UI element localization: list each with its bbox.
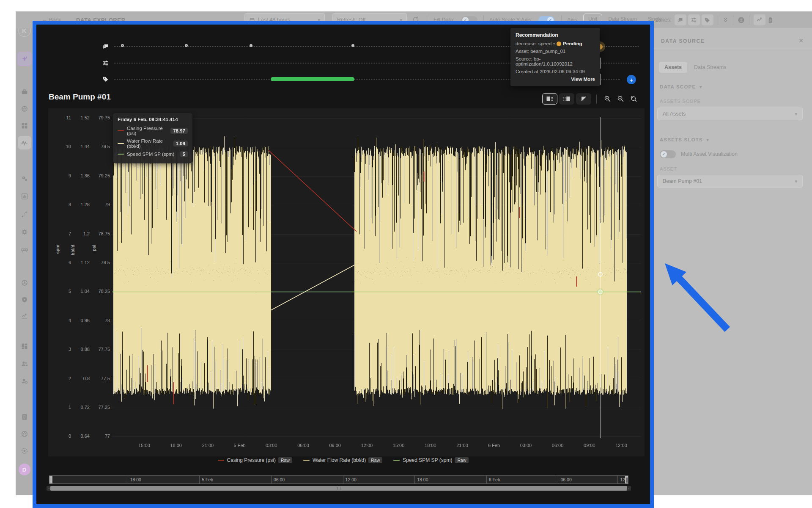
chevron-down-icon: ▾ <box>318 17 320 23</box>
y-axis-unit-psi: psi <box>91 245 96 251</box>
asset-value: Beam Pump #01 <box>663 178 702 184</box>
axis-option-data-stream[interactable]: Data Stream <box>603 14 642 25</box>
sidebar-item-shield[interactable] <box>21 296 28 304</box>
y-tick-spm: 10 <box>52 144 71 149</box>
auto-scale-toggle[interactable]: ✓ <box>538 16 554 24</box>
mini-timeline[interactable]: 18:005 Feb06:0012:0018:006 Feb06:0012... <box>49 475 628 484</box>
timeline-left-handle[interactable] <box>49 475 52 484</box>
timeline-separator <box>343 476 343 483</box>
bar-chart-icon <box>21 193 28 200</box>
tooltip-series-row: Speed SPM SP (spm)5 <box>118 151 188 157</box>
sidebar-item-tiles[interactable] <box>21 343 28 350</box>
sidebar-item-gear[interactable] <box>21 229 28 236</box>
axis-mode-group: UnitData StreamSingle <box>583 14 667 25</box>
y-tick-spm: 0 <box>52 433 71 439</box>
comment-marker[interactable] <box>351 44 354 47</box>
sidebar-item-briefcase[interactable] <box>21 88 28 96</box>
chevron-down-icon: ▾ <box>706 137 709 142</box>
sidebar-item-sparkle[interactable] <box>17 52 32 66</box>
trend-icon <box>21 312 28 320</box>
tag-event-bar[interactable] <box>271 77 354 81</box>
trend-view-button[interactable] <box>754 14 765 25</box>
asset-select[interactable]: Beam Pump #01 ▾ <box>657 175 803 188</box>
sidebar-item-grid[interactable] <box>21 122 28 130</box>
horizontal-scrollbar[interactable]: ◂ ▸ <box>47 486 631 491</box>
axis-option-unit[interactable]: Unit <box>583 14 602 25</box>
tags-lane-button[interactable] <box>702 14 713 25</box>
scrollbar-grip <box>337 487 338 490</box>
y-axis-unit-bbl-d: bbl/d <box>70 245 75 255</box>
fill-data-label: Fill Data: <box>433 17 454 23</box>
view-mode-overlay-button[interactable] <box>576 93 591 105</box>
legend-item[interactable]: Water Flow Rate (bbl/d)Raw <box>303 457 382 463</box>
timeline-label: 18:00 <box>130 477 141 482</box>
sidebar-item-doc[interactable] <box>21 414 28 421</box>
scrollbar-thumb[interactable] <box>50 486 627 491</box>
divider <box>718 15 718 25</box>
assets-slots-header[interactable]: ASSETS SLOTS ▾ <box>660 137 709 143</box>
sidebar-item-user-gear[interactable] <box>21 378 28 385</box>
scroll-right-arrow-icon[interactable]: ▸ <box>628 487 630 490</box>
y-tick-spm: 4 <box>52 318 71 323</box>
sidebar-item-route[interactable] <box>21 211 28 218</box>
assets-scope-select[interactable]: All Assets ▾ <box>657 108 803 120</box>
scrollbar-grip <box>339 487 339 490</box>
user-avatar[interactable]: D <box>19 464 30 475</box>
x-tick: 6 Feb <box>480 443 508 448</box>
zoom-out-button[interactable] <box>615 94 626 105</box>
waveform-icon <box>21 139 28 146</box>
sidebar-item-gears[interactable] <box>21 175 28 182</box>
zoom-in-button[interactable] <box>602 94 613 105</box>
data-scope-header[interactable]: DATA SCOPE ▾ <box>660 84 702 90</box>
sidebar-item-trend[interactable] <box>21 312 28 320</box>
sidebar-item-bar-chart[interactable] <box>21 193 28 200</box>
tab-data-streams[interactable]: Data Streams <box>694 64 726 70</box>
toggle-knob: ✓ <box>547 17 554 23</box>
legend-item[interactable]: Casing Pressure (psi)Raw <box>218 457 292 463</box>
comment-marker[interactable] <box>185 44 188 47</box>
refresh-button[interactable] <box>412 16 419 23</box>
tab-assets[interactable]: Assets <box>659 62 687 73</box>
x-tick: 15:00 <box>385 443 413 448</box>
asset-label: ASSET <box>660 166 677 171</box>
multi-asset-toggle[interactable]: ✓ <box>660 150 676 158</box>
back-button[interactable]: ← Back <box>42 17 61 23</box>
sidebar-item-help[interactable] <box>21 447 28 455</box>
view-mode-split-right-button[interactable] <box>559 93 574 105</box>
y-tick-spm: 11 <box>52 115 71 120</box>
view-more-link[interactable]: View More <box>516 77 595 82</box>
sidebar-item-waveform[interactable] <box>18 136 31 149</box>
zoom-out-icon <box>617 95 624 102</box>
settings-lane-button[interactable] <box>688 14 700 25</box>
zoom-reset-button[interactable] <box>628 94 639 105</box>
comment-marker[interactable] <box>250 44 252 47</box>
comments-lane-button[interactable] <box>675 14 686 25</box>
tooltip-series-value: 78.97 <box>170 128 188 134</box>
report-button[interactable] <box>767 17 774 23</box>
recommendation-title: Recommendation <box>516 32 595 38</box>
settings-lane-icon <box>102 60 109 68</box>
timeline-separator <box>271 476 272 483</box>
y-tick-bbl-d: 0.88 <box>71 347 90 352</box>
add-button[interactable]: + <box>627 75 636 84</box>
y-tick-psi: 78.5 <box>91 260 110 265</box>
comment-marker[interactable] <box>121 44 124 47</box>
recommendation-asset: Asset: beam_pump_01 <box>516 49 595 54</box>
sidebar-item-barrier[interactable] <box>21 246 28 254</box>
download-button[interactable] <box>738 17 745 24</box>
collapse-button[interactable] <box>722 17 729 23</box>
sidebar-item-users[interactable] <box>21 360 28 367</box>
legend-item[interactable]: Speed SPM SP (spm)Raw <box>393 457 469 463</box>
divider <box>654 50 812 50</box>
close-icon[interactable]: ✕ <box>798 37 804 44</box>
y-tick-psi: 78.75 <box>91 231 110 236</box>
timeline-separator <box>414 476 415 483</box>
view-mode-split-left-button[interactable] <box>542 93 557 105</box>
sidebar-item-globe[interactable] <box>21 105 28 113</box>
sidebar-item-pie[interactable] <box>21 279 28 287</box>
scroll-left-arrow-icon[interactable]: ◂ <box>48 487 49 490</box>
sidebar-item-reel[interactable] <box>21 431 28 438</box>
download-icon <box>738 17 745 24</box>
timeline-right-handle[interactable] <box>625 475 628 484</box>
fill-data-toggle[interactable]: ✓ <box>461 16 477 24</box>
